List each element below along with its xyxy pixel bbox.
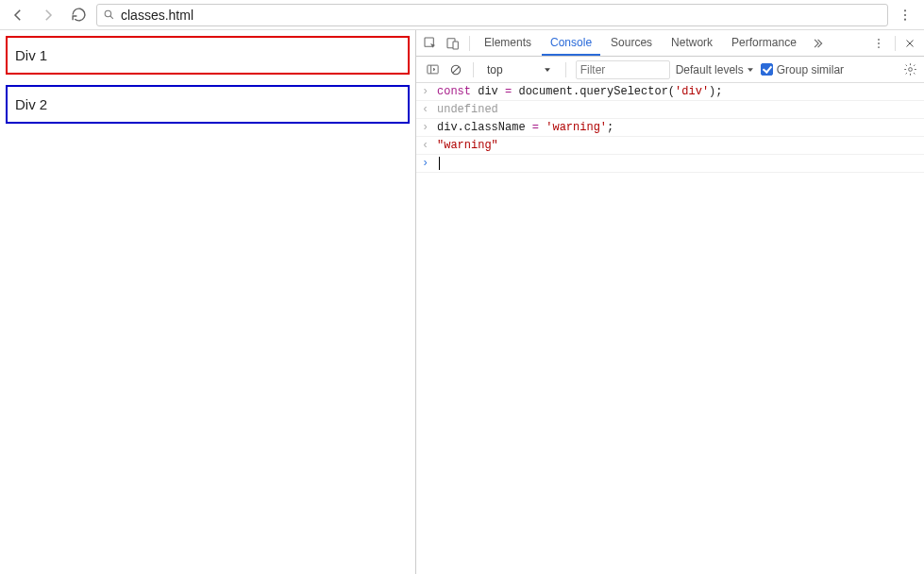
console-input-line: ›const div = document.querySelector('div… (416, 83, 924, 101)
chevron-left-icon: ‹ (422, 101, 431, 118)
console-filter-input[interactable] (576, 60, 670, 79)
div-1-label: Div 1 (15, 47, 47, 63)
page-viewport: Div 1 Div 2 (0, 30, 415, 574)
svg-point-2 (904, 9, 906, 11)
svg-marker-17 (545, 68, 550, 72)
address-bar[interactable]: classes.html (96, 4, 888, 26)
console-context-value: top (487, 63, 503, 76)
devtools-tabs: Elements Console Sources Network Perform… (416, 30, 924, 57)
svg-point-9 (878, 42, 880, 44)
nav-reload-button[interactable] (66, 3, 91, 27)
devtools-menu-icon[interactable] (868, 33, 889, 54)
chevron-right-icon: › (422, 155, 431, 172)
console-output[interactable]: ›const div = document.querySelector('div… (416, 83, 924, 574)
console-line-text: undefined (437, 101, 918, 118)
div-1: Div 1 (6, 36, 410, 75)
svg-marker-18 (748, 68, 753, 72)
div-2: Div 2 (6, 85, 410, 124)
device-toolbar-icon[interactable] (443, 33, 463, 54)
clear-console-icon[interactable] (448, 62, 463, 77)
search-icon (103, 8, 115, 21)
chevron-right-icon: › (422, 119, 431, 136)
console-line-text: "warning" (437, 137, 918, 154)
console-toolbar: top Default levels Group similar (416, 57, 924, 83)
svg-line-16 (453, 66, 459, 72)
svg-point-0 (105, 10, 111, 17)
nav-forward-button[interactable] (36, 3, 60, 27)
dropdown-icon (746, 65, 755, 75)
browser-menu-button[interactable] (894, 4, 916, 26)
more-tabs-icon[interactable] (807, 33, 828, 54)
browser-toolbar: classes.html (0, 0, 924, 30)
tab-console[interactable]: Console (542, 30, 600, 56)
dropdown-icon (543, 65, 552, 75)
nav-back-button[interactable] (6, 3, 30, 27)
devtools-close-button[interactable] (901, 35, 918, 52)
console-levels-label: Default levels (676, 63, 744, 76)
tab-network[interactable]: Network (663, 30, 721, 56)
svg-line-1 (110, 16, 113, 19)
inspect-element-icon[interactable] (420, 33, 441, 54)
svg-point-4 (904, 18, 906, 20)
svg-point-3 (904, 13, 906, 15)
checkbox-checked-icon (761, 63, 773, 76)
console-result-line: ‹"warning" (416, 137, 924, 155)
console-line-text: const div = document.querySelector('div'… (437, 83, 918, 100)
console-sidebar-toggle-icon[interactable] (422, 59, 443, 80)
div-2-label: Div 2 (15, 96, 47, 112)
tab-performance[interactable]: Performance (723, 30, 805, 56)
console-result-line: ‹undefined (416, 101, 924, 119)
chevron-right-icon: › (422, 83, 431, 100)
address-bar-text: classes.html (121, 8, 882, 23)
svg-rect-7 (453, 42, 458, 49)
svg-point-8 (878, 38, 880, 40)
tab-elements[interactable]: Elements (476, 30, 540, 56)
devtools-panel: Elements Console Sources Network Perform… (415, 30, 924, 574)
group-similar-toggle[interactable]: Group similar (761, 63, 844, 76)
tab-sources[interactable]: Sources (602, 30, 661, 56)
svg-rect-13 (427, 65, 437, 74)
console-context-select[interactable]: top (483, 60, 556, 79)
console-prompt[interactable]: › (416, 155, 924, 173)
console-prompt-input[interactable] (437, 155, 918, 172)
console-levels-select[interactable]: Default levels (676, 63, 755, 76)
group-similar-label: Group similar (777, 63, 844, 76)
svg-point-19 (908, 68, 912, 72)
console-line-text: div.className = 'warning'; (437, 119, 918, 136)
svg-point-10 (878, 46, 880, 48)
chevron-left-icon: ‹ (422, 137, 431, 154)
console-settings-icon[interactable] (901, 61, 918, 78)
console-input-line: ›div.className = 'warning'; (416, 119, 924, 137)
